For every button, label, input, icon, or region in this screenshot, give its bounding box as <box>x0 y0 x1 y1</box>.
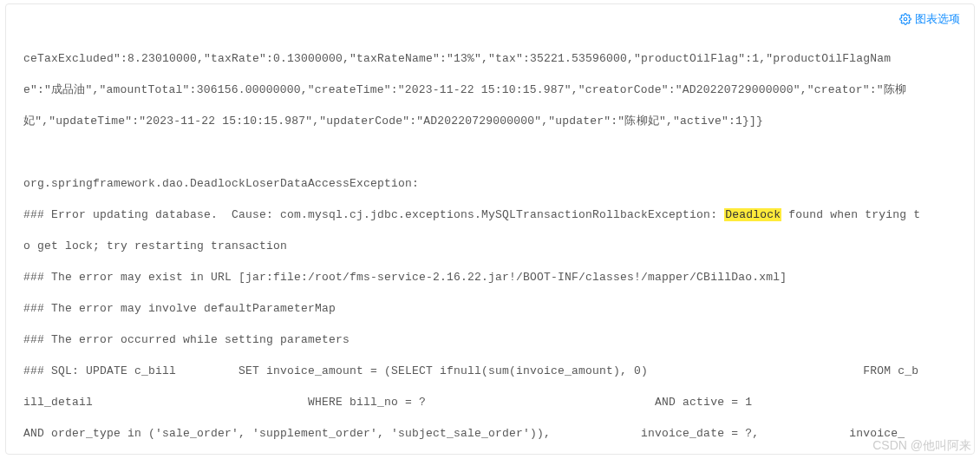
highlight-deadlock: Deadlock <box>724 208 781 221</box>
log-line: 妃","updateTime":"2023-11-22 15:10:15.987… <box>23 114 957 129</box>
log-text: found when trying t <box>781 208 920 221</box>
log-text: ### Error updating database. Cause: com.… <box>23 208 724 221</box>
log-line: ### The error may involve defaultParamet… <box>23 301 957 317</box>
log-line: ### The error may exist in URL [jar:file… <box>23 270 957 285</box>
log-line: e":"成品油","amountTotal":306156.00000000,"… <box>23 82 957 98</box>
log-line: ceTaxExcluded":8.23010000,"taxRate":0.13… <box>23 51 957 67</box>
svg-point-0 <box>904 17 907 21</box>
log-line: org.springframework.dao.DeadlockLoserDat… <box>23 176 957 192</box>
watermark: CSDN @他叫阿来 <box>872 438 971 454</box>
chart-options-label: 图表选项 <box>915 11 960 27</box>
gear-icon <box>899 13 911 25</box>
log-line: ### SQL: UPDATE c_bill SET invoice_amoun… <box>23 364 957 379</box>
log-line: ### The error occurred while setting par… <box>23 332 957 348</box>
log-line: ill_detail WHERE bill_no = ? AND active … <box>23 395 957 410</box>
log-panel: 图表选项 ceTaxExcluded":8.23010000,"taxRate"… <box>5 3 975 455</box>
chart-options-button[interactable]: 图表选项 <box>899 11 960 27</box>
log-blank <box>23 145 957 161</box>
log-line: o get lock; try restarting transaction <box>23 239 957 254</box>
log-content[interactable]: ceTaxExcluded":8.23010000,"taxRate":0.13… <box>6 4 974 454</box>
log-line: ### Error updating database. Cause: com.… <box>23 207 957 223</box>
log-line: AND order_type in ('sale_order', 'supple… <box>23 426 957 442</box>
